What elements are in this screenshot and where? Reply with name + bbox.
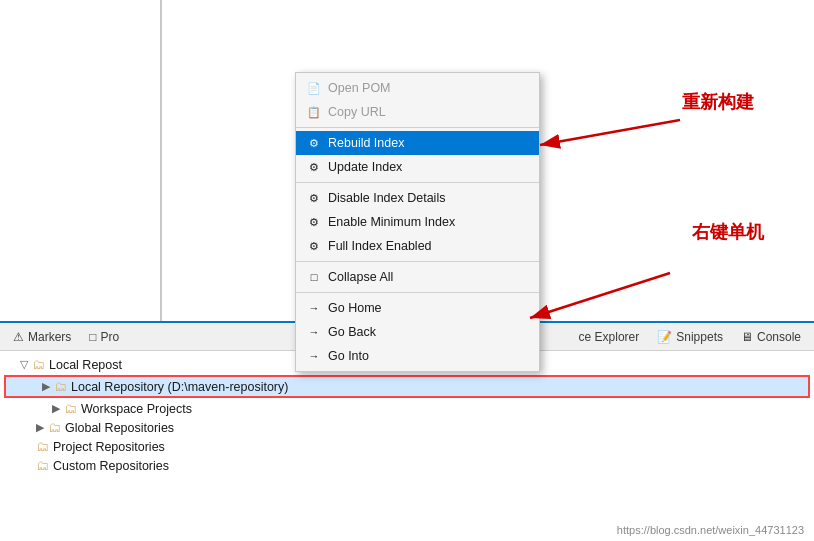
annotation-rightclick: 右键单机 <box>692 220 764 244</box>
collapse-icon: ▽ <box>20 358 28 371</box>
project-repos-label: Project Repositories <box>53 440 165 454</box>
tree-item-local-repo[interactable]: ▶ 🗂 Local Repository (D:\maven-repositor… <box>4 375 810 398</box>
full-index-icon: ⚙ <box>306 238 322 254</box>
rebuild-annotation-text: 重新构建 <box>682 92 754 112</box>
pro-label: Pro <box>101 330 120 344</box>
menu-item-go-into[interactable]: → Go Into <box>296 344 539 368</box>
svg-line-1 <box>540 120 680 145</box>
custom-repos-label: Custom Repositories <box>53 459 169 473</box>
collapse-all-icon: □ <box>306 269 322 285</box>
full-index-label: Full Index Enabled <box>328 239 432 253</box>
menu-item-open-pom[interactable]: 📄 Open POM <box>296 76 539 100</box>
open-pom-label: Open POM <box>328 81 391 95</box>
console-label: Console <box>757 330 801 344</box>
workspace-projects-label: Workspace Projects <box>81 402 192 416</box>
update-index-icon: ⚙ <box>306 159 322 175</box>
go-home-label: Go Home <box>328 301 382 315</box>
menu-item-copy-url[interactable]: 📋 Copy URL <box>296 100 539 124</box>
disable-index-icon: ⚙ <box>306 190 322 206</box>
copy-url-label: Copy URL <box>328 105 386 119</box>
open-pom-icon: 📄 <box>306 80 322 96</box>
separator-2 <box>296 182 539 183</box>
rebuild-index-label: Rebuild Index <box>328 136 404 150</box>
separator-1 <box>296 127 539 128</box>
tree-item-workspace-projects[interactable]: ▶ 🗂 Workspace Projects <box>0 399 814 418</box>
url-watermark: https://blog.csdn.net/weixin_44731123 <box>617 524 804 536</box>
markers-icon: ⚠ <box>13 330 24 344</box>
go-back-label: Go Back <box>328 325 376 339</box>
folder-icon-workspace: 🗂 <box>64 401 77 416</box>
rebuild-index-icon: ⚙ <box>306 135 322 151</box>
go-into-icon: → <box>306 348 322 364</box>
menu-item-disable-index[interactable]: ⚙ Disable Index Details <box>296 186 539 210</box>
console-icon: 🖥 <box>741 330 753 344</box>
global-repos-label: Global Repositories <box>65 421 174 435</box>
tree-item-global-repos[interactable]: ▶ 🗂 Global Repositories <box>0 418 814 437</box>
go-home-icon: → <box>306 300 322 316</box>
expand-global-repos-icon: ▶ <box>36 421 44 434</box>
svg-line-3 <box>530 273 670 318</box>
folder-icon-custom-repos: 🗂 <box>36 458 49 473</box>
main-panel: 📄 Open POM 📋 Copy URL ⚙ Rebuild Index ⚙ … <box>0 0 814 541</box>
copy-url-icon: 📋 <box>306 104 322 120</box>
collapse-all-label: Collapse All <box>328 270 393 284</box>
tree-item-custom-repos[interactable]: 🗂 Custom Repositories <box>0 456 814 475</box>
expand-local-repo-icon: ▶ <box>42 380 50 393</box>
url-text: https://blog.csdn.net/weixin_44731123 <box>617 524 804 536</box>
tab-markers[interactable]: ⚠ Markers <box>5 326 79 348</box>
disable-index-label: Disable Index Details <box>328 191 445 205</box>
folder-icon-local-repos: 🗂 <box>32 357 45 372</box>
local-repos-label: Local Repost <box>49 358 122 372</box>
menu-item-enable-minimum-index[interactable]: ⚙ Enable Minimum Index <box>296 210 539 234</box>
local-repo-label: Local Repository (D:\maven-repository) <box>71 380 288 394</box>
annotation-rebuild: 重新构建 <box>682 90 754 114</box>
snippets-label: Snippets <box>676 330 723 344</box>
expand-workspace-icon: ▶ <box>52 402 60 415</box>
update-index-label: Update Index <box>328 160 402 174</box>
pro-icon: □ <box>89 330 96 344</box>
tree-item-project-repos[interactable]: 🗂 Project Repositories <box>0 437 814 456</box>
enable-min-index-label: Enable Minimum Index <box>328 215 455 229</box>
go-back-icon: → <box>306 324 322 340</box>
folder-icon-global-repos: 🗂 <box>48 420 61 435</box>
rebuild-arrow <box>530 100 690 160</box>
tab-pro[interactable]: □ Pro <box>81 326 127 348</box>
rightclick-annotation-text: 右键单机 <box>692 222 764 242</box>
markers-label: Markers <box>28 330 71 344</box>
rightclick-arrow <box>470 258 680 338</box>
enable-min-index-icon: ⚙ <box>306 214 322 230</box>
menu-item-update-index[interactable]: ⚙ Update Index <box>296 155 539 179</box>
menu-item-full-index[interactable]: ⚙ Full Index Enabled <box>296 234 539 258</box>
folder-icon-project-repos: 🗂 <box>36 439 49 454</box>
folder-icon-local-repo: 🗂 <box>54 379 67 394</box>
menu-item-rebuild-index[interactable]: ⚙ Rebuild Index <box>296 131 539 155</box>
go-into-label: Go Into <box>328 349 369 363</box>
tab-console[interactable]: 🖥 Console <box>733 326 809 348</box>
